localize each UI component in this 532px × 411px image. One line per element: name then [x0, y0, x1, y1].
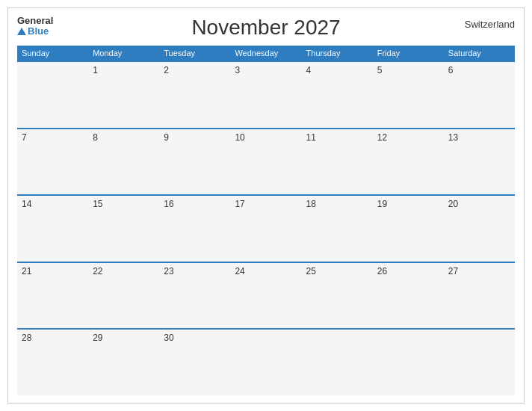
- day-cell-w2-d1: 15: [88, 196, 159, 262]
- day-number: 3: [235, 65, 240, 75]
- calendar-grid: Sunday Monday Tuesday Wednesday Thursday…: [17, 46, 515, 395]
- logo-general-text: General: [17, 16, 53, 26]
- day-number: 29: [93, 333, 102, 343]
- day-cell-w4-d0: 28: [17, 330, 88, 395]
- day-cell-w2-d4: 18: [302, 196, 373, 262]
- day-cell-w3-d1: 22: [88, 263, 159, 329]
- day-number: 27: [448, 266, 458, 276]
- day-cell-w4-d4: [302, 330, 373, 395]
- header-tuesday: Tuesday: [159, 46, 230, 61]
- weeks-container: 1234567891011121314151617181920212223242…: [17, 61, 515, 395]
- day-cell-w3-d4: 25: [302, 263, 373, 329]
- day-cell-w0-d4: 4: [302, 62, 373, 128]
- day-number: 17: [235, 199, 244, 209]
- day-number: 25: [306, 266, 316, 276]
- week-row-3: 21222324252627: [17, 262, 515, 329]
- country-label: Switzerland: [465, 19, 515, 30]
- day-cell-w2-d5: 19: [373, 196, 444, 262]
- day-cell-w0-d0: [17, 62, 88, 128]
- day-cell-w3-d2: 23: [159, 263, 230, 329]
- day-cell-w0-d6: 6: [444, 62, 515, 128]
- calendar-title: November 2027: [191, 16, 340, 40]
- day-cell-w4-d3: [230, 330, 301, 395]
- day-cell-w3-d5: 26: [373, 263, 444, 329]
- header-monday: Monday: [88, 46, 159, 61]
- logo: General Blue: [17, 16, 53, 37]
- day-cell-w1-d5: 12: [373, 129, 444, 195]
- day-number: 5: [377, 65, 383, 75]
- day-number: 2: [164, 65, 169, 75]
- header-thursday: Thursday: [302, 46, 373, 61]
- day-number: 15: [93, 199, 102, 209]
- calendar-header: General Blue November 2027 Switzerland: [17, 16, 515, 40]
- logo-blue-text: Blue: [17, 26, 53, 37]
- day-cell-w1-d1: 8: [88, 129, 159, 195]
- day-headers: Sunday Monday Tuesday Wednesday Thursday…: [17, 46, 515, 61]
- day-number: 12: [377, 132, 387, 143]
- day-cell-w4-d2: 30: [159, 330, 230, 395]
- day-cell-w2-d6: 20: [444, 196, 515, 262]
- day-number: 11: [306, 132, 316, 143]
- day-number: 20: [448, 199, 458, 209]
- calendar-container: General Blue November 2027 Switzerland S…: [7, 7, 525, 404]
- header-wednesday: Wednesday: [230, 46, 301, 61]
- day-cell-w1-d3: 10: [230, 129, 301, 195]
- day-number: 19: [377, 199, 387, 209]
- day-number: 24: [235, 266, 244, 276]
- header-sunday: Sunday: [17, 46, 88, 61]
- day-number: 9: [164, 132, 169, 143]
- day-number: 22: [93, 266, 102, 276]
- day-cell-w2-d2: 16: [159, 196, 230, 262]
- day-number: 16: [164, 199, 173, 209]
- day-number: 26: [377, 266, 387, 276]
- day-cell-w1-d2: 9: [159, 129, 230, 195]
- day-cell-w4-d6: [444, 330, 515, 395]
- day-cell-w1-d6: 13: [444, 129, 515, 195]
- day-number: 21: [22, 266, 31, 276]
- day-number: 13: [448, 132, 458, 143]
- week-row-4: 282930: [17, 328, 515, 395]
- day-number: 7: [22, 132, 27, 143]
- day-cell-w2-d3: 17: [230, 196, 301, 262]
- week-row-0: 123456: [17, 61, 515, 128]
- day-cell-w1-d4: 11: [302, 129, 373, 195]
- day-cell-w2-d0: 14: [17, 196, 88, 262]
- day-cell-w3-d6: 27: [444, 263, 515, 329]
- header-saturday: Saturday: [444, 46, 515, 61]
- day-number: 4: [306, 65, 312, 75]
- day-number: 30: [164, 333, 173, 343]
- header-friday: Friday: [373, 46, 444, 61]
- day-number: 28: [22, 333, 31, 343]
- day-number: 14: [22, 199, 31, 209]
- day-number: 6: [448, 65, 454, 75]
- day-cell-w0-d1: 1: [88, 62, 159, 128]
- day-cell-w4-d5: [373, 330, 444, 395]
- day-number: 8: [93, 132, 98, 143]
- day-cell-w3-d3: 24: [230, 263, 301, 329]
- day-cell-w3-d0: 21: [17, 263, 88, 329]
- day-number: 10: [235, 132, 244, 143]
- day-number: 18: [306, 199, 316, 209]
- logo-triangle-icon: [17, 28, 26, 35]
- day-cell-w0-d5: 5: [373, 62, 444, 128]
- week-row-1: 78910111213: [17, 128, 515, 195]
- day-number: 23: [164, 266, 173, 276]
- day-cell-w1-d0: 7: [17, 129, 88, 195]
- day-cell-w4-d1: 29: [88, 330, 159, 395]
- day-cell-w0-d3: 3: [230, 62, 301, 128]
- week-row-2: 14151617181920: [17, 194, 515, 262]
- day-number: 1: [93, 65, 98, 75]
- day-cell-w0-d2: 2: [159, 62, 230, 128]
